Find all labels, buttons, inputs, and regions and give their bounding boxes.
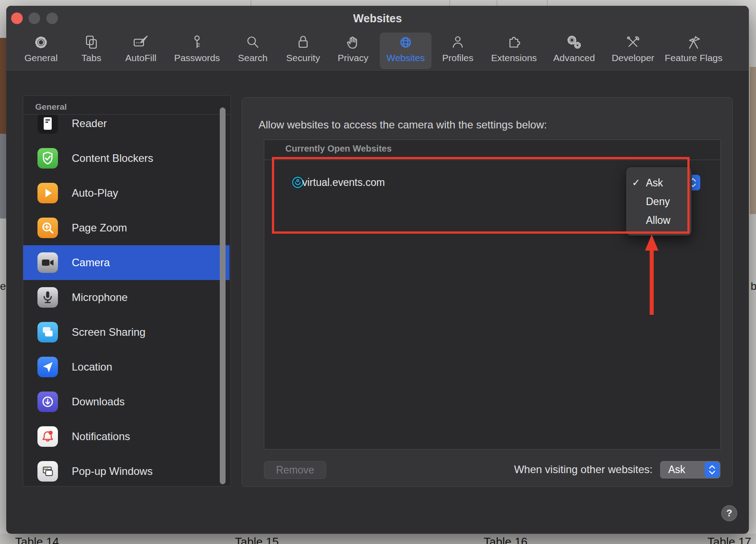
panel-instruction: Allow websites to access the camera with… (259, 119, 547, 131)
autofill-icon (132, 33, 150, 51)
background-page-strip (0, 534, 756, 544)
annotation-arrow-icon (642, 234, 662, 316)
toolbar-tab-websites[interactable]: Websites (380, 33, 431, 69)
annotation-rectangle (272, 157, 690, 234)
person-icon (449, 33, 467, 51)
window-title: Websites (6, 12, 749, 25)
background-image-fragment (750, 67, 756, 214)
sidebar-section-header: General (35, 102, 67, 112)
flags-icon (685, 33, 703, 51)
sidebar-item-page-zoom[interactable]: Page Zoom (23, 210, 230, 245)
background-column-line (449, 0, 450, 6)
sidebar-item-screen-sharing[interactable]: Screen Sharing (23, 315, 230, 350)
reader-icon (37, 115, 58, 134)
toolbar-tab-profiles[interactable]: Profiles (432, 33, 484, 69)
sidebar-item-microphone[interactable]: Microphone (23, 280, 230, 315)
background-table-label: Table 14 (15, 535, 59, 544)
stepper-chevrons-icon (708, 465, 716, 475)
stepper-buttons[interactable] (705, 462, 719, 478)
background-table-label: Table 16 (484, 535, 527, 544)
toolbar-tab-developer[interactable]: Developer (607, 33, 659, 69)
gears-icon (565, 33, 583, 51)
when-visiting-select[interactable]: Ask (660, 461, 720, 478)
sidebar-item-content-blockers[interactable]: Content Blockers (23, 141, 230, 176)
sidebar-scrollbar[interactable] (220, 107, 226, 484)
auto-play-icon (37, 183, 58, 203)
toolbar-tab-security[interactable]: Security (277, 33, 329, 69)
notifications-icon (37, 426, 58, 447)
toolbar-tab-privacy[interactable]: Privacy (327, 33, 379, 69)
toolbar-tab-tabs[interactable]: Tabs (66, 33, 117, 69)
when-visiting-value: Ask (668, 461, 685, 478)
location-icon (37, 357, 58, 377)
lock-icon (294, 33, 312, 51)
globe-icon (397, 33, 415, 51)
sidebar-list: Reader Content Blockers (23, 115, 230, 486)
puzzle-icon (505, 33, 523, 51)
magnifier-icon (244, 33, 262, 51)
microphone-icon (37, 287, 58, 308)
toolbar-tab-extensions[interactable]: Extensions (488, 33, 540, 69)
toolbar-tab-passwords[interactable]: Passwords (171, 33, 223, 69)
sidebar-item-location[interactable]: Location (23, 350, 230, 384)
background-image-fragment (0, 134, 6, 218)
page-zoom-icon (37, 218, 58, 238)
help-button[interactable]: ? (721, 505, 737, 521)
when-visiting-label: When visiting other websites: (6, 463, 653, 476)
downloads-icon (37, 392, 58, 412)
background-column-line (547, 0, 548, 6)
toolbar-tab-autofill[interactable]: AutoFill (115, 33, 167, 69)
background-text-fragment: b (751, 280, 756, 293)
sidebar-item-auto-play[interactable]: Auto-Play (23, 176, 230, 210)
tabs-icon (82, 33, 100, 51)
background-text-fragment: e (0, 280, 6, 293)
toolbar: Websites General Tabs AutoFill (6, 6, 749, 72)
background-image-fragment (0, 38, 6, 134)
background-column-line (497, 0, 497, 6)
sidebar-item-notifications[interactable]: Notifications (23, 419, 230, 454)
tools-icon (624, 33, 642, 51)
screen-sharing-icon (37, 322, 58, 342)
hand-icon (344, 33, 362, 51)
sidebar-item-reader[interactable]: Reader (23, 115, 230, 141)
toolbar-tab-advanced[interactable]: Advanced (548, 33, 600, 69)
key-icon (188, 33, 206, 51)
safari-settings-window: Websites General Tabs AutoFill (6, 6, 749, 534)
content-blockers-icon (37, 148, 58, 169)
camera-icon (37, 252, 58, 273)
sidebar-item-camera[interactable]: Camera (23, 245, 230, 280)
toolbar-tab-feature-flags[interactable]: Feature Flags (668, 33, 719, 69)
background-column-line (251, 0, 251, 6)
toolbar-tab-general[interactable]: General (15, 33, 67, 69)
background-table-label: Table 17 (707, 535, 751, 544)
toolbar-tab-search[interactable]: Search (227, 33, 279, 69)
gear-icon (32, 33, 50, 51)
sidebar: General Reader (23, 95, 231, 486)
background-table-label: Table 15 (235, 535, 279, 544)
sidebar-item-downloads[interactable]: Downloads (23, 384, 230, 419)
table-header: Currently Open Websites (285, 144, 392, 154)
